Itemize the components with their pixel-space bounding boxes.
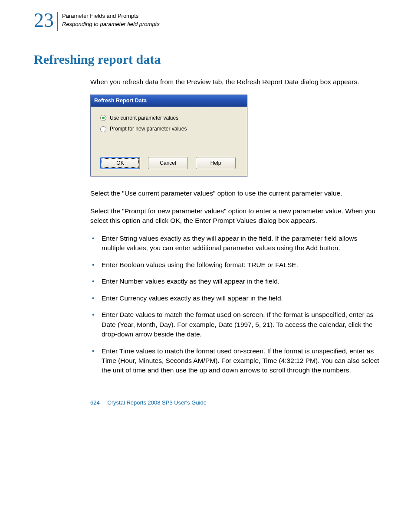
bullet-list: Enter String values exactly as they will…: [90, 234, 380, 375]
dialog-spacer: [100, 136, 237, 153]
page-footer: 624 Crystal Reports 2008 SP3 User's Guid…: [90, 399, 380, 407]
paragraph-use-current: Select the "Use current parameter values…: [90, 189, 380, 198]
chapter-number: 23: [34, 10, 54, 30]
list-item: Enter Date values to match the format us…: [90, 310, 380, 339]
page-header: 23 Parameter Fields and Prompts Respondi…: [34, 10, 380, 31]
doc-title: Crystal Reports 2008 SP3 User's Guide: [107, 399, 207, 406]
list-item: Enter String values exactly as they will…: [90, 234, 380, 253]
list-item: Enter Number values exactly as they will…: [90, 277, 380, 286]
help-button[interactable]: Help: [196, 157, 236, 169]
paragraph-prompt-new: Select the "Prompt for new parameter val…: [90, 206, 380, 226]
page-number: 624: [90, 399, 100, 406]
list-item: Enter Currency values exactly as they wi…: [90, 294, 380, 303]
refresh-report-data-dialog: Refresh Report Data Use current paramete…: [90, 95, 247, 176]
dialog-body: Use current parameter values Prompt for …: [91, 107, 247, 157]
radio-use-current[interactable]: Use current parameter values: [100, 114, 237, 122]
list-item: Enter Boolean values using the following…: [90, 260, 380, 270]
radio-icon: [100, 115, 106, 121]
section-title: Refreshing report data: [34, 52, 380, 67]
radio-prompt-new[interactable]: Prompt for new parameter values: [100, 125, 237, 133]
cancel-button[interactable]: Cancel: [148, 157, 188, 169]
dialog-button-row: OK Cancel Help: [91, 157, 247, 176]
header-line2: Responding to parameter field prompts: [62, 20, 160, 29]
header-text-block: Parameter Fields and Prompts Responding …: [62, 10, 160, 29]
dialog-title-bar: Refresh Report Data: [91, 95, 247, 106]
ok-button[interactable]: OK: [100, 157, 140, 169]
intro-paragraph: When you refresh data from the Preview t…: [90, 77, 380, 87]
radio-label: Use current parameter values: [110, 114, 178, 122]
radio-icon: [100, 126, 106, 132]
radio-label: Prompt for new parameter values: [110, 125, 187, 133]
header-divider: [57, 12, 58, 31]
list-item: Enter Time values to match the format us…: [90, 346, 380, 375]
header-line1: Parameter Fields and Prompts: [62, 12, 160, 20]
